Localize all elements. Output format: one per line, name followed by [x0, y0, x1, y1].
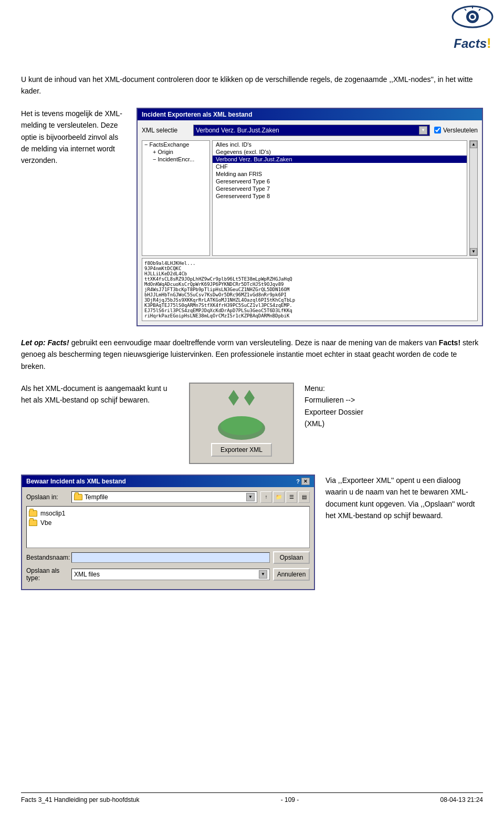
file-name-vbe: Vbe — [40, 519, 51, 527]
logo-area: Facts ! — [452, 5, 494, 51]
scroll-up-btn[interactable]: ▲ — [470, 141, 477, 148]
encoded-area: f8Ob9al4LHJKHel... 9JP4nmKtDCQKC HJLLiLK… — [142, 258, 478, 321]
svg-line-7 — [465, 9, 466, 11]
xml-dialog: Incident Exporteren als XML bestand XML … — [136, 108, 483, 326]
save-right-text: Via ,,Exporteer XML'' opent u een dialoo… — [326, 475, 483, 522]
opslaan-als-dropdown[interactable]: XML files ▼ — [71, 569, 270, 580]
list-panel[interactable]: Alles incl. ID's Gegevens (excl. ID's) V… — [212, 140, 467, 256]
tree-panel[interactable]: − FactsExchange + Origin − IncidentEncr.… — [142, 140, 210, 256]
logo-icon — [452, 5, 494, 34]
encoded-row-5: MdOnKWqADcuoKsCrQpWrK69JP6PYKNDCRr5DTcHJ… — [144, 282, 475, 287]
annuleren-button[interactable]: Annuleren — [273, 568, 310, 581]
list-item-melding[interactable]: Melding aan FRIS — [213, 170, 467, 178]
list-item-chf[interactable]: CHF — [213, 163, 467, 170]
list-item-gegevens[interactable]: Gegevens (excl. ID's) — [213, 148, 467, 156]
list-item-verbond[interactable]: Verbond Verz. Bur.Just.Zaken — [213, 156, 467, 163]
bestandsnaam-label: Bestandsnaam: — [26, 554, 68, 561]
opslaan-als-row: Opslaan als type: XML files ▼ Annuleren — [26, 567, 310, 582]
file-name-msoclip: msoclip1 — [40, 510, 65, 517]
versleutelen-checkbox[interactable] — [434, 127, 441, 133]
tree-item-origin[interactable]: + Origin — [142, 148, 209, 156]
file-entry-vbe[interactable]: Vbe — [29, 518, 307, 528]
toolbar-icons: ↑ 📁 ☰ ▤ — [260, 491, 310, 503]
xml-dialog-content: XML selectie Verbond Verz. Bur.Just.Zake… — [138, 120, 482, 325]
bestandsnaam-input[interactable]: TestXMLExport16.xml — [71, 552, 270, 563]
bestandsnaam-row: Bestandsnaam: TestXMLExport16.xml Opslaa… — [26, 551, 310, 564]
xml-selectie-label: XML selectie — [142, 127, 189, 134]
encoded-row-1: f8Ob9al4LHJKHel... — [144, 261, 475, 266]
xml-dialog-area: Incident Exporteren als XML bestand XML … — [136, 108, 483, 326]
export-dialog-area: Exporteer XML — [189, 383, 294, 464]
opslaan-in-dropdown[interactable]: Tempfile ▼ — [71, 491, 257, 503]
save-dialog: Bewaar Incident als XML bestand ? ✕ Opsl… — [21, 475, 315, 590]
opslaan-in-label: Opslaan in: — [26, 493, 68, 501]
view-btn-2[interactable]: ▤ — [298, 491, 310, 503]
page-footer: Facts 3_41 Handleiding per sub-hoofdstuk… — [21, 792, 483, 803]
folder-icon-3 — [29, 520, 37, 526]
scroll-track — [470, 148, 477, 248]
xml-dropdown[interactable]: Verbond Verz. Bur.Just.Zaken ▼ — [193, 125, 430, 136]
encoded-row-10: EJ75lS6ril3PCS4zqEMPJDqXcKdDrApD7PLSu3Ge… — [144, 308, 475, 313]
note-text1: gebruikt een eenvoudige maar doeltreffen… — [71, 338, 439, 347]
logo-exclaim: ! — [487, 35, 491, 51]
close-icon[interactable]: ✕ — [301, 478, 310, 485]
file-entry-msoclip[interactable]: msoclip1 — [29, 509, 307, 518]
note-paragraph: Let op: Facts! gebruikt een eenvoudige m… — [21, 337, 483, 372]
save-section: Bewaar Incident als XML bestand ? ✕ Opsl… — [21, 475, 483, 590]
green-blob — [215, 410, 268, 441]
encoded-row-3: HJLLiLKeD2dL4Cb — [144, 271, 475, 276]
arrow-down-icon-2 — [244, 390, 255, 406]
encoded-row-9: K3PBAqTEJ75lS0qARMn7StfXK4frH39PC5SuCZ1v… — [144, 303, 475, 308]
new-folder-btn[interactable]: 📁 — [273, 491, 285, 503]
dropdown-arrow-3[interactable]: ▼ — [259, 570, 267, 579]
list-item-geres7[interactable]: Gereserveerd Type 7 — [213, 185, 467, 192]
list-item-geres6[interactable]: Gereserveerd Type 6 — [213, 178, 467, 185]
exporteer-xml-button[interactable]: Exporteer XML — [211, 443, 272, 457]
folder-icon-2 — [29, 510, 37, 517]
encoded-row-4: ttXK4fsCL8sRZ9JOpLhHZ9wCr9plb96Lt5TE38mL… — [144, 276, 475, 282]
first-section: Het is tevens mogelijk de XML-melding te… — [21, 108, 483, 326]
opslaan-button[interactable]: Opslaan — [273, 551, 310, 564]
up-folder-btn[interactable]: ↑ — [260, 491, 272, 503]
save-body: Opslaan in: Tempfile ▼ ↑ 📁 ☰ ▤ — [22, 487, 314, 589]
save-dialog-title: Bewaar Incident als XML bestand — [26, 478, 126, 485]
encoded-row-11: riHqrkPazEGoipHsLNE38mLqOrCMzISr1cKZPBAq… — [144, 313, 475, 318]
save-dialog-left: Bewaar Incident als XML bestand ? ✕ Opsl… — [21, 475, 315, 590]
second-right-text: Menu:Formulieren -->Exporteer Dossier(XM… — [304, 383, 483, 430]
titlebar-icons: ? ✕ — [296, 478, 310, 485]
list-scrollbar[interactable]: ▲ ▼ — [469, 140, 478, 256]
encoded-row-2: 9JP4nmKtDCQKC — [144, 266, 475, 271]
note-facts-bold: Facts! — [439, 338, 460, 347]
second-left-text: Als het XML-document is aangemaakt kunt … — [21, 383, 178, 406]
view-btn[interactable]: ☰ — [286, 491, 297, 503]
encoded-row-8: 3DjR4jqJ5bJSs9XKKqrRrLATKGoMJ1NHZL4Oazql… — [144, 297, 475, 303]
logo-text: Facts — [454, 36, 487, 51]
arrow-icons — [196, 390, 287, 406]
tree-item-factsexchange[interactable]: − FactsExchange — [142, 141, 209, 148]
intro-paragraph: U kunt de inhoud van het XML-document co… — [21, 74, 483, 97]
opslaan-als-label: Opslaan als type: — [26, 567, 68, 582]
list-item-geres8[interactable]: Gereserveerd Type 8 — [213, 192, 467, 200]
encoded-row-7: bHJJLmHbTnGJWoC5SuCsv7KsDwOr5DRc96MZ1vGd… — [144, 292, 475, 297]
left-text-1: Het is tevens mogelijk de XML-melding te… — [21, 108, 126, 326]
dropdown-arrow-2[interactable]: ▼ — [246, 493, 255, 501]
xml-dialog-titlebar: Incident Exporteren als XML bestand — [138, 109, 482, 120]
scroll-down-btn[interactable]: ▼ — [470, 248, 477, 255]
help-icon[interactable]: ? — [296, 478, 300, 485]
save-dialog-titlebar: Bewaar Incident als XML bestand ? ✕ — [22, 476, 314, 487]
list-container: Alles incl. ID's Gegevens (excl. ID's) V… — [212, 140, 467, 256]
note-prefix: Let op: Facts! — [21, 338, 69, 347]
tree-list-area: − FactsExchange + Origin − IncidentEncr.… — [142, 140, 478, 256]
tree-item-incident[interactable]: − IncidentEncr... — [142, 156, 209, 163]
xml-selectie-row: XML selectie Verbond Verz. Bur.Just.Zake… — [142, 125, 478, 136]
svg-point-9 — [220, 416, 262, 435]
file-list[interactable]: msoclip1 Vbe — [26, 506, 310, 548]
dropdown-arrow-icon[interactable]: ▼ — [419, 126, 427, 135]
footer-left: Facts 3_41 Handleiding per sub-hoofdstuk — [21, 796, 139, 803]
folder-icon — [74, 494, 82, 500]
versleutelen-area: Versleutelen — [434, 127, 478, 134]
second-section: Als het XML-document is aangemaakt kunt … — [21, 383, 483, 464]
svg-point-4 — [474, 14, 476, 16]
encoded-row-6: jR4WsJ71FT3bcKpT8Pb9pTlipHsLN3GeuCZ1NHZG… — [144, 287, 475, 292]
list-item-alles[interactable]: Alles incl. ID's — [213, 141, 467, 148]
